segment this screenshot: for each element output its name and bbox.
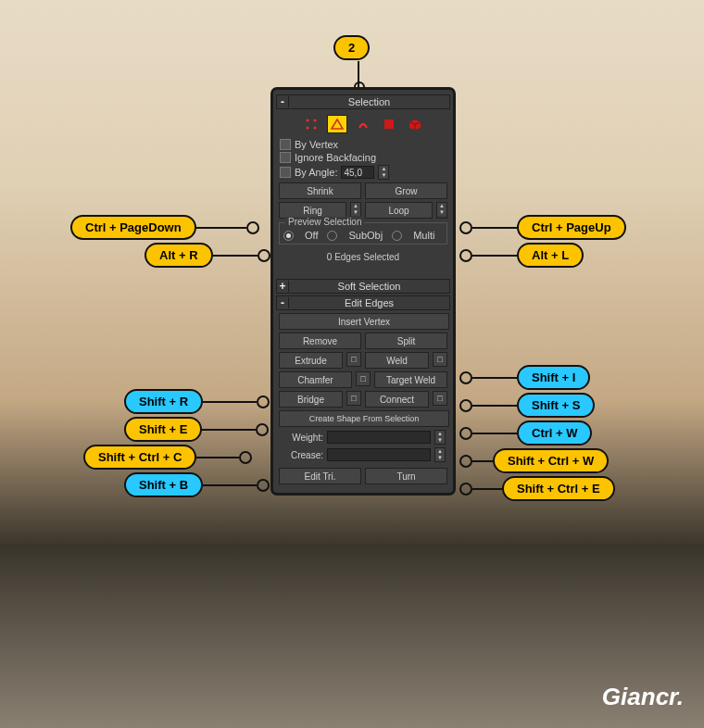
rollout-title: Selection [289,95,449,108]
radio-off-label: Off [305,230,318,241]
svg-point-0 [307,119,309,122]
weight-label: Weight: [281,433,323,443]
weld-settings-button[interactable]: □ [433,352,447,367]
chamfer-button[interactable]: Chamfer [279,371,352,388]
edit-tri-button[interactable]: Edit Tri. [279,468,361,484]
radio-multi-label: Multi [413,230,434,241]
checkbox-icon[interactable] [280,167,291,178]
extrude-button[interactable]: Extrude [279,352,343,369]
callout-ctrl-pagedown: Ctrl + PageDown [70,215,259,240]
rollout-title: Soft Selection [289,280,449,293]
callout-lead [358,61,359,87]
remove-button[interactable]: Remove [279,333,361,349]
callout-ctrl-w: Ctrl + W [459,420,592,446]
checkbox-icon[interactable] [280,139,291,150]
weight-input[interactable] [327,431,431,444]
bridge-settings-button[interactable]: □ [346,391,361,406]
crease-input[interactable] [327,448,431,461]
callout-shift-ctrl-c: Shift + Ctrl + C [83,445,252,470]
border-icon[interactable] [353,115,373,133]
rollout-soft-selection[interactable]: + Soft Selection [276,279,450,294]
vertex-icon[interactable] [301,115,321,133]
rollout-toggle[interactable]: - [277,297,289,308]
rollout-toggle[interactable]: + [277,281,289,292]
bridge-button[interactable]: Bridge [279,391,343,408]
split-button[interactable]: Split [365,333,447,349]
subobject-icons [276,115,450,133]
polygon-icon[interactable] [379,115,399,133]
callout-ctrl-pageup: Ctrl + PageUp [459,215,626,240]
insert-vertex-button[interactable]: Insert Vertex [279,313,449,330]
radio-subobj[interactable] [327,231,337,241]
grow-button[interactable]: Grow [365,182,447,199]
radio-off[interactable] [283,231,294,241]
ignore-backfacing-row[interactable]: Ignore Backfacing [280,152,446,163]
by-angle-input[interactable] [341,166,374,179]
spinner-arrows[interactable]: ▲▼ [436,202,447,219]
callout-alt-l: Alt + L [459,243,584,268]
by-angle-label: By Angle: [295,167,337,178]
edge-icon[interactable] [327,115,347,133]
callout-shift-b: Shift + B [124,472,270,497]
callout-shift-e: Shift + E [124,417,269,442]
callout-shift-ctrl-e: Shift + Ctrl + E [459,476,615,501]
svg-rect-5 [384,119,394,129]
brand-watermark: Giancr. [602,683,684,711]
rollout-selection[interactable]: - Selection [276,94,450,109]
target-weld-button[interactable]: Target Weld [374,371,447,388]
by-angle-row[interactable]: By Angle: ▲▼ [280,165,446,180]
shrink-button[interactable]: Shrink [279,182,361,199]
callout-shift-s: Shift + S [459,393,595,418]
svg-point-2 [307,127,309,130]
callout-shift-ctrl-w: Shift + Ctrl + W [459,448,609,473]
callout-shift-i: Shift + I [459,365,590,390]
spinner-arrows[interactable]: ▲▼ [434,447,446,462]
selection-status: 0 Edges Selected [276,252,450,262]
by-vertex-row[interactable]: By Vertex [280,139,446,150]
svg-marker-4 [332,119,343,129]
extrude-settings-button[interactable]: □ [346,352,361,367]
radio-subobj-label: SubObj [348,230,383,241]
ignore-backfacing-label: Ignore Backfacing [295,152,376,163]
modify-panel: - Selection By Vertex Ignore Backfacing … [270,87,456,496]
svg-point-3 [314,127,317,130]
turn-button[interactable]: Turn [365,468,447,484]
weld-button[interactable]: Weld [365,352,429,369]
spinner-arrows[interactable]: ▲▼ [434,430,446,445]
loop-button[interactable]: Loop [365,202,433,219]
svg-point-1 [314,119,317,122]
create-shape-button[interactable]: Create Shape From Selection [279,410,449,427]
checkbox-icon[interactable] [280,152,291,163]
connect-button[interactable]: Connect [365,391,429,408]
callout-alt-r: Alt + R [145,243,270,268]
rollout-edit-edges[interactable]: - Edit Edges [276,295,450,310]
top-subobject-callout: 2 [333,35,370,60]
rollout-toggle[interactable]: - [277,96,289,107]
radio-multi[interactable] [392,231,402,241]
connect-settings-button[interactable]: □ [433,391,447,406]
element-icon[interactable] [405,115,425,133]
by-vertex-label: By Vertex [295,139,338,150]
chamfer-settings-button[interactable]: □ [356,371,371,386]
rollout-title: Edit Edges [289,296,449,309]
spinner-arrows[interactable]: ▲▼ [378,165,389,180]
crease-label: Crease: [281,450,323,460]
callout-shift-r: Shift + R [124,389,270,414]
preview-selection-group: Preview Selection Off SubObj Multi [279,222,447,245]
preview-label: Preview Selection [285,217,364,227]
